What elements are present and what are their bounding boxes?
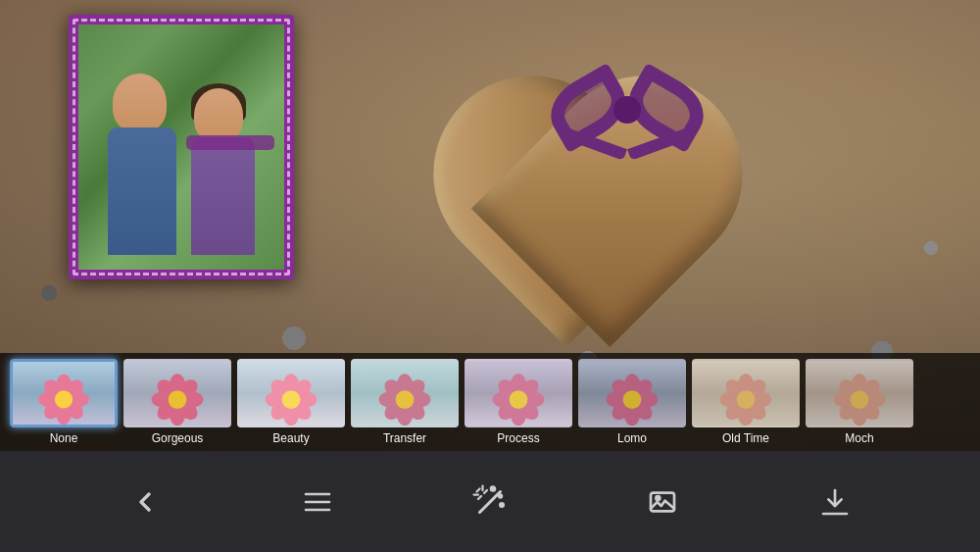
filter-item-oldtime[interactable]: Old Time — [692, 359, 800, 445]
list-button[interactable] — [293, 477, 342, 527]
filter-thumbnail-inner-none — [13, 362, 115, 425]
svg-point-98 — [499, 494, 501, 496]
filter-thumbnail-gorgeous — [123, 359, 231, 427]
filter-item-process[interactable]: Process — [465, 359, 572, 445]
svg-point-99 — [501, 503, 504, 506]
ribbon — [529, 69, 725, 167]
filter-thumbnail-beauty — [237, 359, 345, 427]
filter-label-gorgeous: Gorgeous — [152, 431, 204, 445]
svg-line-95 — [478, 496, 481, 499]
filter-thumbnail-transfer — [351, 359, 459, 427]
svg-line-94 — [484, 490, 487, 493]
filter-thumbnail-inner-beauty — [239, 361, 343, 426]
person2-head — [194, 88, 243, 142]
filter-thumbnail-inner-lomo — [580, 361, 684, 426]
svg-point-97 — [491, 486, 495, 490]
filter-label-lomo: Lomo — [617, 431, 647, 445]
filter-item-moch[interactable]: Moch — [806, 359, 913, 445]
ribbon-center — [613, 96, 641, 124]
filter-label-moch: Moch — [845, 431, 873, 445]
svg-point-87 — [851, 390, 869, 409]
filter-item-none[interactable]: None — [10, 359, 118, 445]
filter-label-oldtime: Old Time — [722, 431, 769, 445]
filter-strip: None Gorgeous Beauty — [0, 353, 980, 451]
svg-point-76 — [737, 390, 756, 409]
svg-point-10 — [55, 390, 73, 408]
person2 — [186, 88, 270, 270]
filter-item-gorgeous[interactable]: Gorgeous — [123, 359, 231, 445]
person1 — [103, 74, 191, 270]
filter-thumbnail-lomo — [578, 359, 686, 427]
download-button[interactable] — [810, 477, 859, 527]
filter-label-transfer: Transfer — [383, 431, 426, 445]
svg-line-91 — [480, 491, 501, 512]
photo-frame — [69, 15, 294, 279]
svg-line-92 — [477, 488, 480, 491]
svg-point-101 — [656, 496, 660, 500]
person1-head — [113, 74, 167, 132]
filter-item-beauty[interactable]: Beauty — [237, 359, 345, 445]
magic-wand-button[interactable] — [466, 477, 514, 527]
svg-point-43 — [396, 390, 415, 409]
filter-thumbnail-inner-process — [466, 361, 570, 426]
filter-thumbnail-inner-transfer — [353, 361, 457, 426]
back-button[interactable] — [121, 477, 170, 527]
filter-thumbnail-process — [465, 359, 572, 427]
svg-point-21 — [169, 390, 187, 409]
gallery-button[interactable] — [638, 477, 687, 527]
svg-point-54 — [510, 390, 528, 409]
filter-item-transfer[interactable]: Transfer — [351, 359, 459, 445]
photo-inner — [78, 25, 284, 270]
person2-body — [191, 137, 255, 255]
person1-body — [108, 127, 176, 255]
icon-bar — [0, 451, 980, 552]
filter-thumbnail-inner-oldtime — [694, 361, 798, 426]
filter-thumbnail-moch — [806, 359, 913, 427]
filter-item-lomo[interactable]: Lomo — [578, 359, 686, 445]
filter-label-beauty: Beauty — [272, 431, 309, 445]
framed-photo — [69, 15, 294, 279]
svg-point-65 — [623, 390, 642, 409]
couple-silhouette — [83, 44, 279, 270]
filter-thumbnail-inner-moch — [808, 361, 911, 426]
filter-thumbnail-none — [10, 359, 118, 427]
filter-thumbnail-inner-gorgeous — [125, 361, 229, 426]
filter-label-process: Process — [497, 431, 539, 445]
heart-stone — [372, 29, 921, 402]
filter-thumbnail-oldtime — [692, 359, 800, 427]
svg-point-32 — [282, 390, 301, 409]
filter-label-none: None — [50, 431, 78, 445]
scarf — [186, 135, 274, 150]
